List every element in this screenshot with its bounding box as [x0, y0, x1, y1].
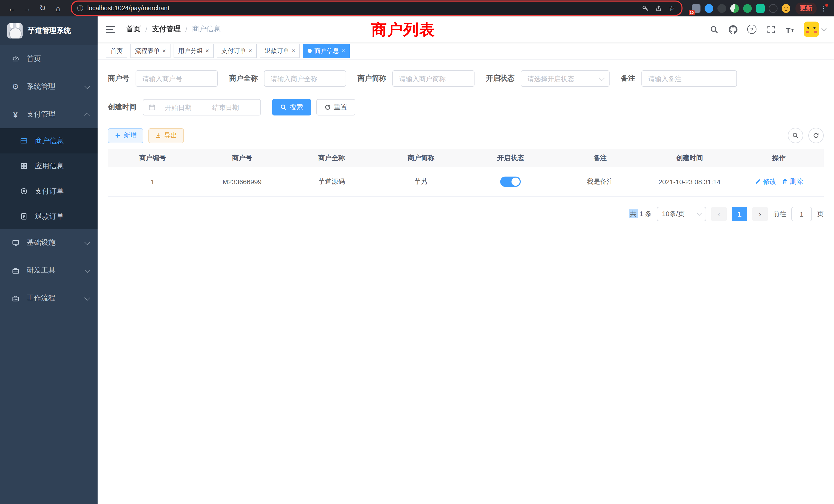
browser-menu-alert-dot — [825, 4, 828, 7]
status-select[interactable] — [521, 70, 610, 87]
browser-toolbar: ← → ↻ ⌂ ⓘ localhost:1024/pay/merchant ☆ … — [0, 0, 834, 17]
tab-label: 退款订单 — [264, 46, 289, 55]
full-name-input[interactable] — [264, 70, 346, 87]
tab-process-form[interactable]: 流程表单 × — [130, 44, 171, 58]
page-1-button[interactable]: 1 — [732, 207, 747, 221]
sidebar-item-refund-order[interactable]: 退款订单 — [0, 204, 97, 229]
navbar-actions: ? TT — [709, 22, 826, 37]
filter-row-1: 商户号 商户全称 商户简称 开启状态 — [108, 70, 824, 87]
goto-page-input[interactable] — [791, 207, 812, 221]
chrome-update-button[interactable]: 更新 — [795, 2, 816, 14]
share-icon[interactable] — [654, 4, 663, 13]
chevron-down-icon — [85, 295, 90, 300]
sidebar-toggle-icon[interactable] — [106, 26, 115, 33]
date-range-picker[interactable]: - — [143, 99, 261, 115]
bookmark-star-icon[interactable]: ☆ — [667, 4, 676, 13]
extension-green-circle-icon[interactable] — [743, 4, 752, 13]
search-icon[interactable] — [709, 24, 719, 35]
extension-face-icon[interactable] — [782, 4, 790, 13]
prev-page-button[interactable]: ‹ — [711, 207, 727, 221]
col-header-status: 开启状态 — [466, 150, 555, 167]
page-size-select[interactable]: 10条/页 — [657, 207, 706, 221]
browser-menu-icon[interactable]: ⋮ — [818, 4, 829, 12]
toggle-search-button[interactable] — [788, 128, 803, 143]
tab-home[interactable]: 首页 — [106, 44, 127, 58]
refresh-icon — [813, 132, 819, 139]
breadcrumb-home[interactable]: 首页 — [126, 25, 141, 34]
close-icon[interactable]: × — [292, 48, 295, 54]
site-info-icon[interactable]: ⓘ — [77, 4, 83, 13]
extension-dark-icon[interactable] — [718, 4, 726, 13]
remark-input[interactable] — [641, 70, 737, 87]
sidebar-item-system-management[interactable]: ⚙ 系统管理 — [0, 73, 97, 100]
screen: ← → ↻ ⌂ ⓘ localhost:1024/pay/merchant ☆ … — [0, 0, 834, 504]
fullscreen-icon[interactable] — [766, 24, 776, 35]
sidebar-item-payment-order[interactable]: 支付订单 — [0, 179, 97, 204]
extensions-puzzle-icon[interactable]: 10 — [692, 4, 701, 13]
password-key-icon[interactable] — [640, 4, 650, 13]
chevron-down-icon — [85, 239, 90, 245]
chevron-down-icon — [85, 267, 90, 273]
filter-label: 备注 — [621, 74, 635, 83]
tab-refund-order[interactable]: 退款订单 × — [260, 44, 300, 58]
next-page-button[interactable]: › — [752, 207, 768, 221]
sidebar-item-payment-management[interactable]: ¥ 支付管理 — [0, 100, 97, 128]
search-button[interactable]: 搜索 — [272, 99, 311, 115]
user-menu[interactable] — [804, 22, 826, 37]
close-icon[interactable]: × — [248, 48, 252, 54]
start-date-input[interactable] — [159, 103, 198, 112]
tab-user-group[interactable]: 用户分组 × — [174, 44, 214, 58]
sidebar-item-infrastructure[interactable]: 基础设施 — [0, 229, 97, 257]
github-icon[interactable] — [728, 24, 738, 35]
breadcrumb-payment[interactable]: 支付管理 — [152, 25, 181, 34]
status-select-input[interactable] — [521, 70, 610, 87]
col-header-actions: 操作 — [734, 150, 824, 167]
status-toggle[interactable] — [500, 177, 521, 187]
close-icon[interactable]: × — [205, 48, 209, 54]
pencil-icon — [755, 179, 761, 185]
reload-icon[interactable]: ↻ — [36, 2, 49, 15]
merchant-no-input[interactable] — [136, 70, 218, 87]
cell-actions: 修改 删除 — [734, 167, 824, 196]
url-bar[interactable]: ⓘ localhost:1024/pay/merchant ☆ — [71, 1, 682, 16]
font-size-icon[interactable]: TT — [785, 24, 795, 35]
tab-merchant-info[interactable]: 商户信息 × — [303, 44, 350, 58]
app-logo-row[interactable]: 芋道管理系统 — [0, 17, 97, 45]
close-icon[interactable]: × — [162, 48, 166, 54]
cell-index: 1 — [108, 167, 197, 196]
extension-droplet-icon[interactable] — [705, 4, 713, 13]
breadcrumb-separator: / — [185, 25, 188, 33]
sidebar-item-label: 工作流程 — [27, 294, 78, 303]
help-icon[interactable]: ? — [747, 24, 757, 35]
main-area: 首页 / 支付管理 / 商户信息 ? — [97, 17, 834, 504]
tab-payment-order[interactable]: 支付订单 × — [217, 44, 257, 58]
sidebar-item-dev-tools[interactable]: 研发工具 — [0, 257, 97, 284]
sidebar-item-merchant-info[interactable]: 商户信息 — [0, 128, 97, 154]
gear-icon: ⚙ — [11, 83, 20, 91]
end-date-input[interactable] — [206, 103, 245, 112]
sidebar-item-workflow[interactable]: 工作流程 — [0, 284, 97, 312]
short-name-input[interactable] — [392, 70, 475, 87]
forward-icon[interactable]: → — [21, 2, 34, 15]
page-content: 商户号 商户全称 商户简称 开启状态 — [97, 60, 834, 504]
add-button[interactable]: 新增 — [108, 128, 143, 143]
total-suffix: 条 — [645, 210, 652, 217]
edit-link[interactable]: 修改 — [755, 177, 776, 186]
sidebar-item-home[interactable]: 首页 — [0, 45, 97, 73]
reset-button[interactable]: 重置 — [316, 99, 355, 115]
back-icon[interactable]: ← — [5, 2, 19, 15]
home-icon[interactable]: ⌂ — [51, 2, 65, 15]
total-count: 1 — [639, 210, 643, 217]
extension-knot-icon[interactable] — [769, 4, 777, 13]
search-icon — [792, 132, 798, 139]
extension-multicolor-icon[interactable] — [730, 4, 739, 13]
refresh-table-button[interactable] — [808, 128, 824, 143]
close-icon[interactable]: × — [342, 48, 345, 54]
delete-link[interactable]: 删除 — [782, 177, 803, 186]
extension-green-square-icon[interactable] — [756, 4, 765, 13]
sidebar-item-app-info[interactable]: 应用信息 — [0, 154, 97, 179]
goto-suffix: 页 — [817, 209, 824, 219]
annotation-merchant-list-title: 商户列表 — [371, 20, 435, 41]
export-button[interactable]: 导出 — [148, 128, 184, 143]
tabs-bar: 首页 流程表单 × 用户分组 × 支付订单 × 退款订单 × — [97, 42, 834, 60]
